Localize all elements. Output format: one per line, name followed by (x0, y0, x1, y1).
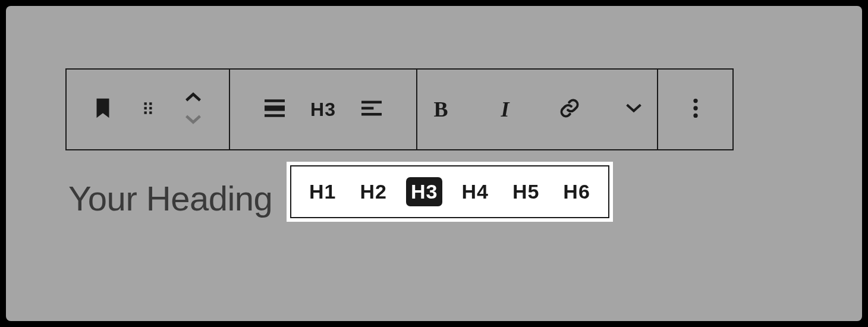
svg-rect-3 (149, 107, 152, 109)
more-formatting-button[interactable] (619, 95, 648, 124)
svg-rect-11 (361, 113, 382, 116)
more-options-button[interactable] (681, 95, 710, 124)
bold-label: B (433, 97, 448, 122)
heading-level-button[interactable]: H3 (310, 95, 336, 124)
svg-rect-6 (265, 99, 285, 102)
svg-point-14 (693, 114, 697, 118)
heading-option-h3[interactable]: H3 (406, 177, 442, 206)
heading-option-h4[interactable]: H4 (457, 177, 493, 206)
svg-point-13 (693, 106, 697, 110)
svg-rect-9 (361, 101, 382, 104)
svg-rect-1 (149, 102, 152, 105)
heading-level-label: H3 (310, 99, 336, 121)
chevron-down-icon (185, 115, 202, 127)
block-toolbar: H3 B I (65, 68, 734, 150)
chevron-up-icon (185, 92, 202, 104)
italic-label: I (501, 97, 509, 122)
bookmark-icon (95, 98, 111, 121)
chevron-down-icon (625, 103, 642, 115)
move-down-button[interactable] (179, 115, 207, 127)
more-vertical-icon (693, 98, 699, 121)
svg-rect-7 (265, 105, 285, 111)
svg-rect-0 (144, 102, 146, 105)
heading-option-h1[interactable]: H1 (304, 177, 341, 206)
italic-button[interactable]: I (491, 95, 520, 124)
svg-rect-5 (149, 111, 152, 114)
svg-rect-10 (361, 107, 373, 110)
block-mover (179, 92, 207, 127)
align-button[interactable] (260, 95, 289, 124)
svg-rect-8 (265, 114, 285, 117)
align-icon (265, 99, 285, 120)
svg-point-12 (693, 99, 697, 103)
bold-button[interactable]: B (427, 95, 455, 124)
block-type-button[interactable] (89, 95, 117, 124)
toolbar-group-more (658, 70, 732, 149)
link-button[interactable] (555, 95, 584, 124)
toolbar-group-inline-format: B I (417, 70, 658, 149)
toolbar-group-block-controls (67, 70, 230, 149)
link-icon (559, 98, 580, 121)
move-up-button[interactable] (179, 92, 207, 104)
text-align-left-icon (361, 100, 382, 118)
toolbar-group-heading: H3 (230, 70, 417, 149)
heading-option-h2[interactable]: H2 (355, 177, 391, 206)
text-align-button[interactable] (357, 95, 386, 124)
heading-option-h5[interactable]: H5 (508, 177, 544, 206)
svg-rect-2 (144, 107, 146, 109)
heading-level-popover: H1 H2 H3 H4 H5 H6 (290, 165, 609, 218)
drag-handle-button[interactable] (134, 95, 162, 124)
heading-block-placeholder[interactable]: Your Heading (68, 178, 272, 218)
heading-option-h6[interactable]: H6 (558, 177, 595, 206)
svg-rect-4 (144, 111, 146, 114)
drag-handle-icon (140, 100, 156, 118)
